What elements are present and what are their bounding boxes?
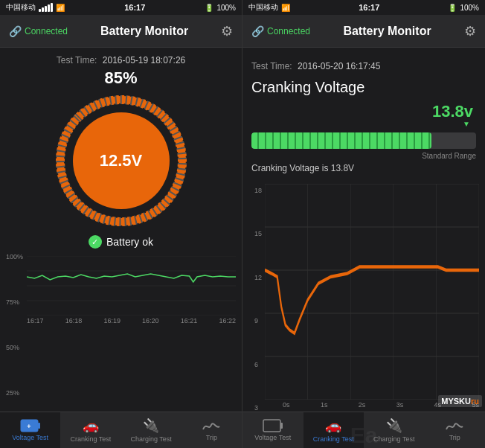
right-trip-icon <box>445 419 464 432</box>
right-time: 16:17 <box>359 3 379 12</box>
right-tab-charging[interactable]: 🔌 Charging Test <box>364 412 425 448</box>
right-chart-y-labels: 18 15 12 9 6 3 <box>254 187 271 412</box>
cranking-voltage-display: 13.8v ▼ <box>251 102 476 128</box>
mysku-watermark: MYSKUru <box>438 395 482 407</box>
left-chart: 100% 75% 50% 25% 16:17 16: <box>0 253 242 412</box>
svg-rect-25 <box>280 423 283 429</box>
left-carrier: 中国移动 <box>6 2 36 13</box>
right-chart: 18 15 12 9 6 3 <box>242 181 485 412</box>
right-connected-status: 🔗 Connected <box>251 25 310 37</box>
left-voltage-tab-icon: + <box>20 419 41 432</box>
cranking-voltage-value: 13.8v <box>432 102 476 121</box>
right-battery-icon: 🔋 <box>448 4 457 12</box>
left-phone-panel: 中国移动 📶 16:17 🔋 100% 🔗 Connected Battery … <box>0 0 242 448</box>
right-tab-bar: Voltage Test 🚗 Cranking Test 🔌 Charging … <box>242 412 485 448</box>
left-tab-trip-label: Trip <box>206 434 217 441</box>
right-tab-trip-label: Trip <box>449 434 460 441</box>
left-charging-icon: 🔌 <box>143 417 159 434</box>
cranking-section: Cranking Voltage 13.8v ▼ Standard Range … <box>242 71 485 181</box>
left-chart-x-labels: 16:17 16:18 16:19 16:20 16:21 16:22 <box>27 317 236 324</box>
right-settings-icon[interactable]: ⚙ <box>464 23 476 39</box>
left-content: Test Time: 2016-05-19 18:07:26 85% <box>0 48 242 412</box>
left-chart-svg <box>27 256 236 316</box>
left-cranking-icon: 🚗 <box>83 417 99 434</box>
svg-rect-10 <box>38 423 40 429</box>
svg-text:+: + <box>27 423 30 430</box>
right-connected-label: Connected <box>267 26 310 36</box>
cranking-info-text: Cranking Voltage is 13.8V <box>251 163 476 173</box>
left-test-time: Test Time: 2016-05-19 18:07:26 <box>57 55 185 65</box>
standard-range-label: Standard Range <box>422 152 476 160</box>
right-battery-percent: 100% <box>460 4 479 12</box>
left-link-icon: 🔗 <box>9 25 22 37</box>
right-charging-icon: 🔌 <box>386 417 402 434</box>
left-tab-voltage[interactable]: + Voltage Test <box>0 412 60 448</box>
left-nav-bar: 🔗 Connected Battery Monitor ⚙ <box>0 15 242 48</box>
right-tab-cranking[interactable]: 🚗 Cranking Test <box>303 412 364 448</box>
svg-rect-24 <box>263 420 280 432</box>
left-connected-status: 🔗 Connected <box>9 25 68 37</box>
cranking-title: Cranking Voltage <box>251 79 476 96</box>
left-nav-title: Battery Monitor <box>100 25 188 38</box>
progress-bar-fill <box>251 132 431 149</box>
left-tab-charging-label: Charging Test <box>130 435 171 443</box>
left-tab-voltage-label: Voltage Test <box>12 434 48 441</box>
right-cranking-icon: 🚗 <box>325 417 341 434</box>
right-status-bar: 中国移动 📶 16:17 🔋 100% <box>242 0 485 15</box>
left-battery-percent: 100% <box>216 4 236 12</box>
right-nav-title: Battery Monitor <box>343 25 431 38</box>
right-carrier: 中国移动 <box>248 2 278 13</box>
right-tab-trip[interactable]: Trip <box>425 412 486 448</box>
right-tab-voltage-label: Voltage Test <box>254 434 291 441</box>
right-tab-voltage[interactable]: Voltage Test <box>242 412 303 448</box>
right-tab-charging-label: Charging Test <box>373 435 414 443</box>
left-voltage-value: 12.5V <box>100 151 143 170</box>
left-trip-icon <box>202 419 221 432</box>
right-test-time: Test Time: 2016-05-20 16:17:45 <box>242 55 485 71</box>
check-icon: ✓ <box>89 235 102 249</box>
left-signal-icon <box>39 3 53 12</box>
left-tab-cranking[interactable]: 🚗 Cranking Test <box>60 412 121 448</box>
left-gauge: 12.5V <box>54 94 188 228</box>
right-phone-panel: 中国移动 📶 16:17 🔋 100% 🔗 Connected Battery … <box>242 0 485 448</box>
left-chart-y-labels: 100% 75% 50% 25% <box>6 253 23 397</box>
right-chart-svg <box>265 184 479 400</box>
left-tab-charging[interactable]: 🔌 Charging Test <box>121 412 182 448</box>
left-time: 16:17 <box>124 3 145 12</box>
left-tab-bar: + Voltage Test 🚗 Cranking Test 🔌 Chargin… <box>0 412 242 448</box>
left-tab-trip[interactable]: Trip <box>182 412 242 448</box>
left-tab-cranking-label: Cranking Test <box>70 435 111 443</box>
left-status-bar: 中国移动 📶 16:17 🔋 100% <box>0 0 242 15</box>
left-connected-label: Connected <box>25 26 68 36</box>
right-link-icon: 🔗 <box>251 25 264 37</box>
left-settings-icon[interactable]: ⚙ <box>221 23 233 39</box>
left-battery-icon: 🔋 <box>205 4 213 12</box>
right-nav-bar: 🔗 Connected Battery Monitor ⚙ <box>242 15 485 48</box>
voltage-progress-bar <box>251 132 476 149</box>
right-tab-cranking-label: Cranking Test <box>313 435 354 443</box>
right-voltage-tab-icon <box>263 419 283 432</box>
left-voltage-display: 12.5V <box>73 112 170 209</box>
